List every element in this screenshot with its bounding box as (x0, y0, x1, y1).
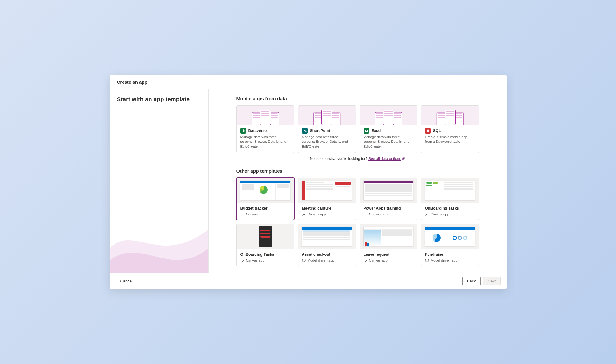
template-title: Asset checkout (302, 252, 352, 257)
template-thumb (298, 224, 356, 249)
dialog-header: Create an app (110, 75, 507, 89)
next-button[interactable]: Next (483, 277, 501, 285)
main-content: Mobile apps from data Dataverse Manage d… (209, 89, 507, 273)
template-card-fundraiser[interactable]: Fundraiser Model-driven app (421, 224, 479, 266)
data-card-meta: Dataverse Manage data with three screens… (237, 125, 294, 153)
data-card-label: SharePoint (310, 129, 330, 133)
template-type: Canvas app (246, 212, 264, 216)
template-thumb (421, 178, 479, 203)
template-title: Leave request (364, 252, 413, 257)
template-meta: Asset checkout Model-driven app (298, 249, 356, 266)
data-card-desc: Create a simple mobile app from a Datave… (425, 135, 475, 144)
data-card-thumb (237, 106, 294, 125)
template-meta: Fundraiser Model-driven app (421, 249, 479, 266)
template-card-meeting-capture[interactable]: Meeting capture Canvas app (298, 178, 356, 220)
back-button[interactable]: Back (462, 277, 481, 285)
decorative-wave (110, 205, 208, 273)
dialog-footer: Cancel Back Next (110, 273, 507, 289)
see-all-data-options-link[interactable]: See all data options (368, 157, 405, 161)
data-card-excel[interactable]: Excel Manage data with three screens: Br… (360, 105, 417, 153)
template-meta: Leave request Canvas app (360, 249, 417, 266)
data-cards-grid: Dataverse Manage data with three screens… (236, 105, 479, 153)
template-card-leave-request[interactable]: Leave request Canvas app (360, 224, 417, 266)
template-cards-grid-row-2: OnBoarding Tasks Canvas app Asset checko… (236, 224, 479, 266)
template-card-onboarding-tasks[interactable]: OnBoarding Tasks Canvas app (236, 224, 294, 266)
svg-point-1 (305, 131, 306, 132)
sharepoint-icon (302, 128, 308, 134)
template-title: Meeting capture (302, 206, 352, 210)
template-meta: Budget tracker Canvas app (237, 203, 294, 220)
sql-icon (425, 128, 431, 134)
template-meta: Meeting capture Canvas app (298, 203, 356, 220)
create-app-dialog: Create an app Start with an app template… (110, 75, 507, 289)
section-title-mobile: Mobile apps from data (236, 96, 479, 102)
template-type: Canvas app (246, 258, 264, 262)
data-card-label: SQL (433, 129, 441, 133)
template-type: Canvas app (431, 212, 449, 216)
section-title-other: Other app templates (236, 168, 479, 174)
data-card-sharepoint[interactable]: SharePoint Manage data with three screen… (298, 105, 356, 153)
template-meta: OnBoarding Tasks Canvas app (421, 203, 479, 220)
data-card-desc: Manage data with three screens: Browse, … (364, 135, 413, 149)
data-card-thumb (298, 106, 356, 125)
template-meta: Power Apps training Canvas app (360, 203, 417, 220)
template-type: Canvas app (369, 212, 388, 216)
pencil-icon (240, 212, 244, 216)
pencil-icon (364, 258, 367, 262)
template-title: Budget tracker (240, 206, 290, 210)
template-thumb (298, 178, 356, 203)
template-title: OnBoarding Tasks (240, 252, 290, 257)
template-card-budget-tracker[interactable]: Budget tracker Canvas app (236, 178, 294, 220)
pencil-icon (364, 212, 367, 216)
data-card-meta: SharePoint Manage data with three screen… (298, 125, 356, 153)
template-card-asset-checkout[interactable]: Asset checkout Model-driven app (298, 224, 356, 266)
options-row-prefix: Not seeing what you're looking for? (310, 157, 368, 161)
template-title: Fundraiser (425, 252, 475, 257)
template-thumb (360, 178, 417, 203)
pencil-icon (302, 212, 306, 216)
template-card-onboarding-tasks[interactable]: OnBoarding Tasks Canvas app (421, 178, 479, 220)
sidebar: Start with an app template (110, 89, 209, 273)
dialog-body: Start with an app template Mobile apps f… (110, 89, 507, 273)
data-card-thumb (360, 106, 417, 125)
pencil-icon (240, 258, 244, 262)
data-card-desc: Manage data with three screens: Browse, … (302, 135, 352, 149)
template-cards-grid-row-1: Budget tracker Canvas app Meeting captur… (236, 178, 479, 220)
cancel-button[interactable]: Cancel (116, 277, 137, 285)
dialog-title: Create an app (117, 79, 147, 85)
pencil-icon (425, 212, 429, 216)
template-type: Canvas app (308, 212, 326, 216)
template-thumb (421, 224, 479, 249)
data-card-desc: Manage data with three screens: Browse, … (240, 135, 290, 149)
template-title: Power Apps training (364, 206, 413, 210)
template-type: Model-driven app (308, 258, 334, 262)
excel-icon (364, 128, 369, 134)
template-meta: OnBoarding Tasks Canvas app (237, 249, 294, 266)
template-type: Model-driven app (431, 258, 457, 262)
external-link-icon (402, 157, 405, 160)
template-type: Canvas app (369, 258, 388, 262)
template-title: OnBoarding Tasks (425, 206, 475, 210)
cube-icon (425, 258, 429, 262)
data-card-meta: Excel Manage data with three screens: Br… (360, 125, 417, 153)
svg-point-3 (427, 130, 429, 130)
see-all-options-row: Not seeing what you're looking for? See … (236, 157, 479, 161)
template-thumb (237, 224, 294, 249)
sidebar-heading: Start with an app template (117, 96, 201, 103)
data-card-meta: SQL Create a simple mobile app from a Da… (421, 125, 479, 148)
data-card-label: Excel (372, 129, 382, 133)
dataverse-icon (240, 128, 246, 134)
template-thumb (237, 178, 294, 203)
data-card-thumb (421, 106, 479, 125)
template-card-power-apps-training[interactable]: Power Apps training Canvas app (360, 178, 417, 220)
data-card-dataverse[interactable]: Dataverse Manage data with three screens… (236, 105, 294, 153)
template-thumb (360, 224, 417, 249)
data-card-sql[interactable]: SQL Create a simple mobile app from a Da… (421, 105, 479, 153)
data-card-label: Dataverse (248, 129, 267, 133)
cube-icon (302, 258, 306, 262)
